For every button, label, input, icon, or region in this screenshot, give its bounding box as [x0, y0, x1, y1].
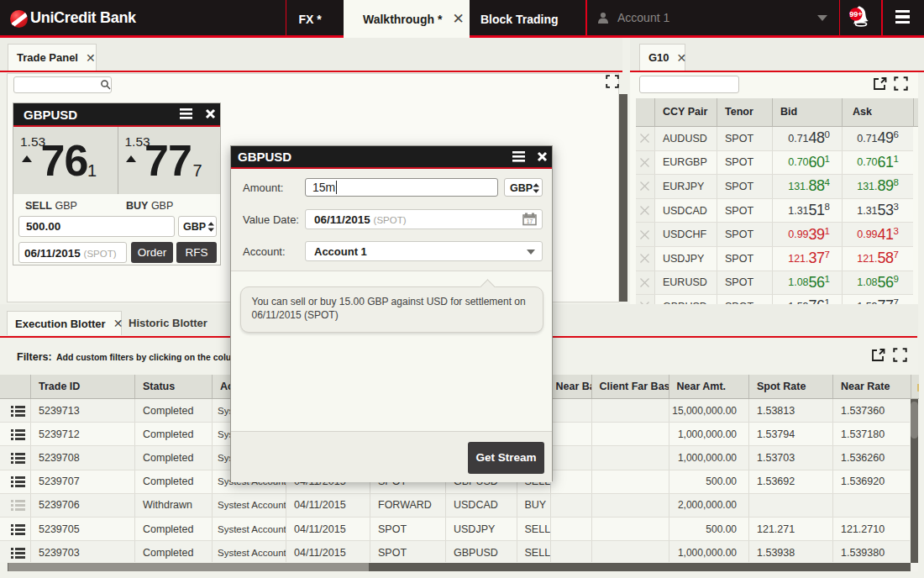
svg-text:17: 17	[526, 218, 533, 224]
svg-text:99+: 99+	[849, 10, 862, 18]
